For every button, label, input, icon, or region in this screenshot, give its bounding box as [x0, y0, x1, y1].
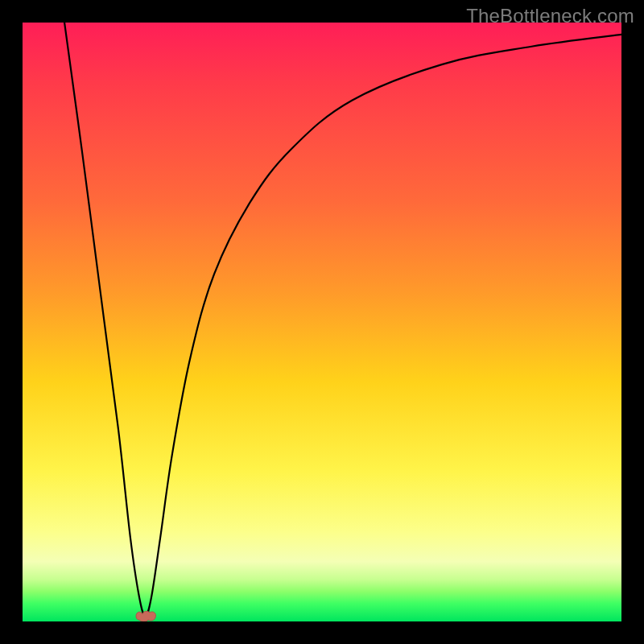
bottleneck-curve	[23, 23, 621, 621]
dip-marker-icon	[134, 605, 158, 621]
curve-path	[64, 23, 621, 616]
dip-marker	[134, 605, 158, 621]
plot-area	[23, 23, 621, 621]
chart-frame: TheBottleneck.com	[0, 0, 644, 644]
